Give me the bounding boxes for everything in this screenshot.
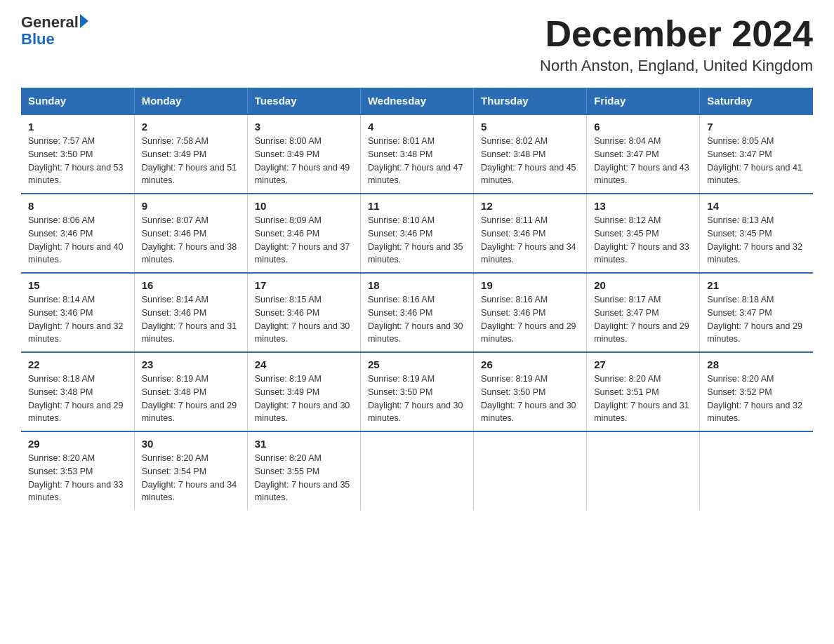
day-info: Sunrise: 8:18 AMSunset: 3:47 PMDaylight:… xyxy=(707,293,806,346)
calendar-cell: 12 Sunrise: 8:11 AMSunset: 3:46 PMDaylig… xyxy=(474,194,587,273)
calendar-cell: 26 Sunrise: 8:19 AMSunset: 3:50 PMDaylig… xyxy=(474,352,587,431)
day-number: 12 xyxy=(481,200,579,212)
day-number: 21 xyxy=(707,279,806,291)
day-info: Sunrise: 8:01 AMSunset: 3:48 PMDaylight:… xyxy=(368,135,466,187)
day-number: 18 xyxy=(368,279,466,291)
day-info: Sunrise: 8:20 AMSunset: 3:51 PMDaylight:… xyxy=(594,373,692,425)
day-number: 22 xyxy=(28,358,127,370)
day-info: Sunrise: 8:05 AMSunset: 3:47 PMDaylight:… xyxy=(707,135,806,187)
calendar-cell xyxy=(360,431,473,510)
day-number: 5 xyxy=(481,121,579,133)
page-title: December 2024 xyxy=(540,14,813,54)
day-info: Sunrise: 8:00 AMSunset: 3:49 PMDaylight:… xyxy=(255,135,353,187)
calendar-cell: 5 Sunrise: 8:02 AMSunset: 3:48 PMDayligh… xyxy=(474,114,587,194)
day-info: Sunrise: 8:19 AMSunset: 3:48 PMDaylight:… xyxy=(142,373,240,425)
day-number: 26 xyxy=(481,358,579,370)
calendar-header-row: SundayMondayTuesdayWednesdayThursdayFrid… xyxy=(21,88,813,114)
page-header: General Blue December 2024 North Anston,… xyxy=(21,14,813,75)
calendar-week-row: 1 Sunrise: 7:57 AMSunset: 3:50 PMDayligh… xyxy=(21,114,813,194)
day-info: Sunrise: 8:02 AMSunset: 3:48 PMDaylight:… xyxy=(481,135,579,187)
day-number: 31 xyxy=(255,438,353,450)
header-wednesday: Wednesday xyxy=(360,88,473,114)
day-number: 11 xyxy=(368,200,466,212)
calendar-cell: 16 Sunrise: 8:14 AMSunset: 3:46 PMDaylig… xyxy=(134,273,247,352)
header-monday: Monday xyxy=(134,88,247,114)
day-number: 23 xyxy=(142,358,240,370)
page-subtitle: North Anston, England, United Kingdom xyxy=(540,57,813,75)
day-number: 17 xyxy=(255,279,353,291)
calendar-cell: 29 Sunrise: 8:20 AMSunset: 3:53 PMDaylig… xyxy=(21,431,134,510)
header-saturday: Saturday xyxy=(700,88,813,114)
calendar-cell: 4 Sunrise: 8:01 AMSunset: 3:48 PMDayligh… xyxy=(360,114,473,194)
day-info: Sunrise: 7:57 AMSunset: 3:50 PMDaylight:… xyxy=(28,135,127,187)
calendar-cell: 2 Sunrise: 7:58 AMSunset: 3:49 PMDayligh… xyxy=(134,114,247,194)
header-sunday: Sunday xyxy=(21,88,134,114)
calendar-cell xyxy=(474,431,587,510)
day-info: Sunrise: 8:09 AMSunset: 3:46 PMDaylight:… xyxy=(255,214,353,267)
day-info: Sunrise: 8:15 AMSunset: 3:46 PMDaylight:… xyxy=(255,293,353,346)
calendar-cell: 6 Sunrise: 8:04 AMSunset: 3:47 PMDayligh… xyxy=(587,114,700,194)
day-info: Sunrise: 8:13 AMSunset: 3:45 PMDaylight:… xyxy=(707,214,806,267)
day-info: Sunrise: 8:11 AMSunset: 3:46 PMDaylight:… xyxy=(481,214,579,267)
header-friday: Friday xyxy=(587,88,700,114)
day-number: 14 xyxy=(707,200,806,212)
calendar-table: SundayMondayTuesdayWednesdayThursdayFrid… xyxy=(21,88,813,510)
day-info: Sunrise: 8:20 AMSunset: 3:52 PMDaylight:… xyxy=(707,373,806,425)
day-number: 28 xyxy=(707,358,806,370)
day-info: Sunrise: 8:14 AMSunset: 3:46 PMDaylight:… xyxy=(142,293,240,346)
calendar-cell: 31 Sunrise: 8:20 AMSunset: 3:55 PMDaylig… xyxy=(247,431,360,510)
day-number: 9 xyxy=(142,200,240,212)
calendar-cell: 11 Sunrise: 8:10 AMSunset: 3:46 PMDaylig… xyxy=(360,194,473,273)
day-info: Sunrise: 8:18 AMSunset: 3:48 PMDaylight:… xyxy=(28,373,127,425)
day-number: 15 xyxy=(28,279,127,291)
calendar-week-row: 22 Sunrise: 8:18 AMSunset: 3:48 PMDaylig… xyxy=(21,352,813,431)
calendar-cell: 3 Sunrise: 8:00 AMSunset: 3:49 PMDayligh… xyxy=(247,114,360,194)
calendar-cell: 9 Sunrise: 8:07 AMSunset: 3:46 PMDayligh… xyxy=(134,194,247,273)
calendar-cell: 25 Sunrise: 8:19 AMSunset: 3:50 PMDaylig… xyxy=(360,352,473,431)
day-info: Sunrise: 8:19 AMSunset: 3:50 PMDaylight:… xyxy=(481,373,579,425)
title-block: December 2024 North Anston, England, Uni… xyxy=(540,14,813,75)
day-info: Sunrise: 8:12 AMSunset: 3:45 PMDaylight:… xyxy=(594,214,692,267)
logo-text-general: General xyxy=(21,14,79,31)
day-number: 1 xyxy=(28,121,127,133)
day-number: 20 xyxy=(594,279,692,291)
calendar-cell: 19 Sunrise: 8:16 AMSunset: 3:46 PMDaylig… xyxy=(474,273,587,352)
day-info: Sunrise: 7:58 AMSunset: 3:49 PMDaylight:… xyxy=(142,135,240,187)
day-info: Sunrise: 8:20 AMSunset: 3:53 PMDaylight:… xyxy=(28,452,127,504)
calendar-cell: 22 Sunrise: 8:18 AMSunset: 3:48 PMDaylig… xyxy=(21,352,134,431)
day-info: Sunrise: 8:10 AMSunset: 3:46 PMDaylight:… xyxy=(368,214,466,267)
day-number: 8 xyxy=(28,200,127,212)
day-info: Sunrise: 8:17 AMSunset: 3:47 PMDaylight:… xyxy=(594,293,692,346)
calendar-cell: 7 Sunrise: 8:05 AMSunset: 3:47 PMDayligh… xyxy=(700,114,813,194)
logo-triangle-icon xyxy=(80,14,88,28)
calendar-cell: 30 Sunrise: 8:20 AMSunset: 3:54 PMDaylig… xyxy=(134,431,247,510)
day-info: Sunrise: 8:19 AMSunset: 3:50 PMDaylight:… xyxy=(368,373,466,425)
header-tuesday: Tuesday xyxy=(247,88,360,114)
logo-text-blue: Blue xyxy=(21,31,88,48)
calendar-cell: 13 Sunrise: 8:12 AMSunset: 3:45 PMDaylig… xyxy=(587,194,700,273)
day-number: 10 xyxy=(255,200,353,212)
day-number: 6 xyxy=(594,121,692,133)
calendar-cell: 17 Sunrise: 8:15 AMSunset: 3:46 PMDaylig… xyxy=(247,273,360,352)
calendar-cell: 20 Sunrise: 8:17 AMSunset: 3:47 PMDaylig… xyxy=(587,273,700,352)
calendar-cell: 27 Sunrise: 8:20 AMSunset: 3:51 PMDaylig… xyxy=(587,352,700,431)
calendar-week-row: 15 Sunrise: 8:14 AMSunset: 3:46 PMDaylig… xyxy=(21,273,813,352)
calendar-cell xyxy=(700,431,813,510)
logo: General Blue xyxy=(21,14,88,48)
day-info: Sunrise: 8:06 AMSunset: 3:46 PMDaylight:… xyxy=(28,214,127,267)
calendar-cell xyxy=(587,431,700,510)
day-info: Sunrise: 8:14 AMSunset: 3:46 PMDaylight:… xyxy=(28,293,127,346)
day-info: Sunrise: 8:20 AMSunset: 3:54 PMDaylight:… xyxy=(142,452,240,504)
day-number: 3 xyxy=(255,121,353,133)
day-info: Sunrise: 8:04 AMSunset: 3:47 PMDaylight:… xyxy=(594,135,692,187)
day-number: 4 xyxy=(368,121,466,133)
day-number: 19 xyxy=(481,279,579,291)
calendar-cell: 24 Sunrise: 8:19 AMSunset: 3:49 PMDaylig… xyxy=(247,352,360,431)
day-number: 24 xyxy=(255,358,353,370)
day-info: Sunrise: 8:16 AMSunset: 3:46 PMDaylight:… xyxy=(481,293,579,346)
calendar-cell: 28 Sunrise: 8:20 AMSunset: 3:52 PMDaylig… xyxy=(700,352,813,431)
logo-block: General Blue xyxy=(21,14,88,48)
day-info: Sunrise: 8:19 AMSunset: 3:49 PMDaylight:… xyxy=(255,373,353,425)
calendar-cell: 21 Sunrise: 8:18 AMSunset: 3:47 PMDaylig… xyxy=(700,273,813,352)
calendar-cell: 18 Sunrise: 8:16 AMSunset: 3:46 PMDaylig… xyxy=(360,273,473,352)
